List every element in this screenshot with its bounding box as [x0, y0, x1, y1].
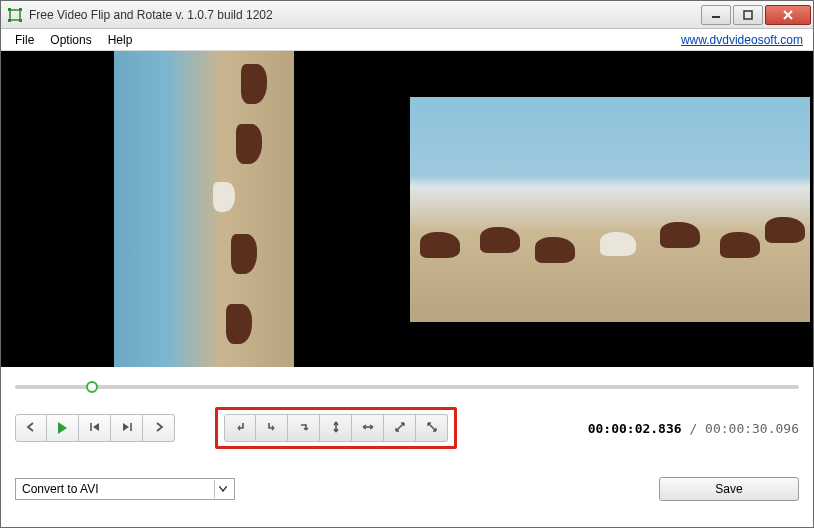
- play-icon: [58, 422, 67, 434]
- chevron-down-icon: [214, 480, 230, 498]
- titlebar[interactable]: Free Video Flip and Rotate v. 1.0.7 buil…: [1, 1, 813, 29]
- flip-diag1-button[interactable]: [384, 414, 416, 442]
- rotate-cw-icon: [265, 420, 279, 437]
- timeline-slider[interactable]: [15, 379, 799, 393]
- video-frame-right: [410, 97, 810, 322]
- svg-line-14: [428, 423, 436, 431]
- menubar: File Options Help www.dvdvideosoft.com: [1, 29, 813, 51]
- flip-horizontal-button[interactable]: [352, 414, 384, 442]
- save-button[interactable]: Save: [659, 477, 799, 501]
- controls-row: 00:00:02.836 / 00:00:30.096: [1, 397, 813, 455]
- svg-rect-2: [19, 8, 22, 11]
- app-window: Free Video Flip and Rotate v. 1.0.7 buil…: [0, 0, 814, 528]
- preview-original: [407, 51, 813, 367]
- rotate-180-button[interactable]: [288, 414, 320, 442]
- seek-start-icon: [89, 421, 101, 435]
- menu-options[interactable]: Options: [42, 31, 99, 49]
- timeline-slider-wrap: [1, 367, 813, 397]
- flip-diag1-icon: [393, 420, 407, 437]
- prev-frame-button[interactable]: [15, 414, 47, 442]
- rotate-ccw-button[interactable]: [224, 414, 256, 442]
- preview-rotated: [1, 51, 407, 367]
- slider-thumb[interactable]: [86, 381, 98, 393]
- seek-start-button[interactable]: [79, 414, 111, 442]
- maximize-button[interactable]: [733, 5, 763, 25]
- transform-controls: [224, 414, 448, 442]
- rotate-cw-button[interactable]: [256, 414, 288, 442]
- flip-vertical-icon: [329, 420, 343, 437]
- playback-controls: [15, 414, 175, 442]
- window-controls: [701, 5, 811, 25]
- next-frame-button[interactable]: [143, 414, 175, 442]
- svg-line-13: [396, 423, 404, 431]
- svg-rect-0: [10, 10, 20, 20]
- output-format-value: Convert to AVI: [22, 482, 98, 496]
- svg-rect-1: [8, 8, 11, 11]
- play-button[interactable]: [47, 414, 79, 442]
- time-separator: /: [682, 421, 705, 436]
- seek-end-button[interactable]: [111, 414, 143, 442]
- website-link[interactable]: www.dvdvideosoft.com: [681, 33, 807, 47]
- video-preview-area: [1, 51, 813, 367]
- minimize-button[interactable]: [701, 5, 731, 25]
- flip-diag2-button[interactable]: [416, 414, 448, 442]
- video-frame-left: [114, 51, 294, 367]
- flip-diag2-icon: [425, 420, 439, 437]
- app-icon: [7, 7, 23, 23]
- bottom-row: Convert to AVI Save: [1, 455, 813, 513]
- flip-horizontal-icon: [361, 420, 375, 437]
- time-total: 00:00:30.096: [705, 421, 799, 436]
- arrow-left-icon: [26, 421, 36, 435]
- flip-vertical-button[interactable]: [320, 414, 352, 442]
- svg-rect-3: [8, 19, 11, 22]
- time-current: 00:00:02.836: [588, 421, 682, 436]
- output-format-select[interactable]: Convert to AVI: [15, 478, 235, 500]
- menu-file[interactable]: File: [7, 31, 42, 49]
- transform-controls-highlighted: [215, 407, 457, 449]
- rotate-ccw-icon: [233, 420, 247, 437]
- svg-rect-4: [19, 19, 22, 22]
- menu-help[interactable]: Help: [100, 31, 141, 49]
- time-display: 00:00:02.836 / 00:00:30.096: [588, 421, 799, 436]
- seek-end-icon: [121, 421, 133, 435]
- arrow-right-icon: [154, 421, 164, 435]
- window-title: Free Video Flip and Rotate v. 1.0.7 buil…: [29, 8, 701, 22]
- slider-track: [15, 385, 799, 389]
- svg-rect-6: [744, 11, 752, 19]
- close-button[interactable]: [765, 5, 811, 25]
- rotate-180-icon: [297, 420, 311, 437]
